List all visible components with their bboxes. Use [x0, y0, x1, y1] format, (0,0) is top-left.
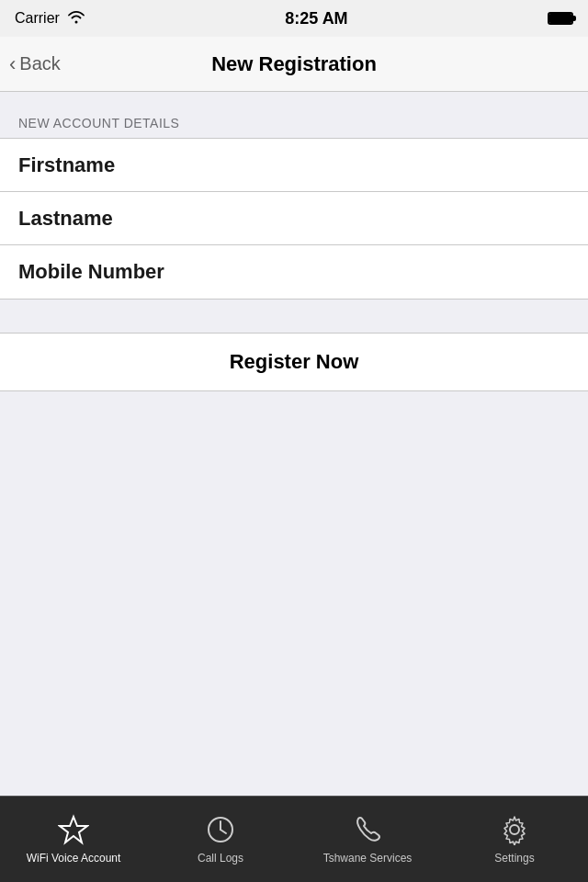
- lastname-field[interactable]: [0, 192, 588, 245]
- back-label: Back: [19, 53, 60, 74]
- tab-call-logs[interactable]: Call Logs: [147, 797, 294, 882]
- lastname-input[interactable]: [18, 192, 570, 244]
- phone-icon: [351, 813, 384, 846]
- battery-icon: [548, 12, 573, 25]
- tab-settings-label: Settings: [494, 852, 534, 865]
- nav-bar: ‹ Back New Registration: [0, 37, 588, 92]
- clock-icon: [204, 813, 237, 846]
- tab-bar: WiFi Voice Account Call Logs Tshwane Ser…: [0, 796, 588, 882]
- mobile-number-input[interactable]: [18, 245, 570, 299]
- fields-button-gap: [0, 300, 588, 333]
- status-bar: Carrier 8:25 AM: [0, 0, 588, 37]
- mobile-number-field[interactable]: [0, 245, 588, 299]
- firstname-field[interactable]: [0, 139, 588, 192]
- tab-wifi-voice-account[interactable]: WiFi Voice Account: [0, 797, 147, 882]
- nav-title: New Registration: [211, 52, 377, 76]
- svg-marker-0: [60, 817, 87, 842]
- firstname-input[interactable]: [18, 139, 570, 191]
- tab-tshwane-services[interactable]: Tshwane Services: [294, 797, 441, 882]
- register-section: Register Now: [0, 333, 588, 391]
- svg-line-3: [220, 830, 226, 833]
- bottom-content-area: [0, 391, 588, 630]
- wifi-icon: [67, 9, 85, 28]
- gear-icon: [498, 813, 531, 846]
- tab-settings[interactable]: Settings: [441, 797, 588, 882]
- section-header: NEW ACCOUNT DETAILS: [0, 108, 588, 138]
- back-chevron-icon: ‹: [9, 52, 16, 76]
- tab-tshwane-services-label: Tshwane Services: [323, 852, 413, 865]
- carrier-label: Carrier: [15, 10, 60, 27]
- svg-point-4: [510, 825, 519, 834]
- back-button[interactable]: ‹ Back: [9, 52, 61, 76]
- register-button[interactable]: Register Now: [0, 334, 588, 390]
- form-fields: [0, 138, 588, 300]
- status-time: 8:25 AM: [285, 9, 347, 28]
- star-icon: [57, 813, 90, 846]
- tab-call-logs-label: Call Logs: [198, 852, 243, 865]
- main-content: NEW ACCOUNT DETAILS Register Now: [0, 92, 588, 796]
- top-gap: [0, 92, 588, 108]
- tab-wifi-voice-account-label: WiFi Voice Account: [27, 852, 121, 865]
